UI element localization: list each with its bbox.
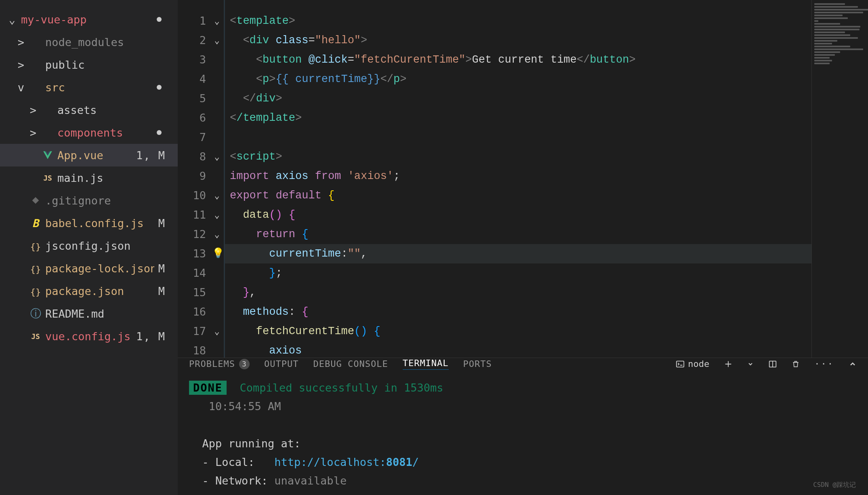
code-line-16: methods: { [225, 302, 811, 322]
file-label: README.md [45, 308, 178, 320]
code-line-5: </div> [225, 89, 811, 108]
tree-item-readme-md[interactable]: README.md [0, 302, 178, 325]
plus-icon [724, 360, 733, 369]
network-value: unavailable [274, 474, 347, 487]
code-line-11: data() { [225, 205, 811, 225]
kill-terminal-button[interactable] [792, 360, 800, 369]
done-badge: DONE [189, 381, 227, 395]
maximize-panel-button[interactable] [849, 360, 857, 368]
json-icon [30, 240, 41, 252]
file-explorer: ⌄ my-vue-app >node_modules>publicvsrc>as… [0, 0, 178, 495]
modified-dot-icon [157, 17, 162, 22]
terminal-icon [676, 360, 685, 369]
minimap[interactable] [811, 0, 868, 358]
tab-terminal[interactable]: TERMINAL [403, 358, 449, 370]
file-label: App.vue [57, 149, 132, 162]
tree-item-babel-config-js[interactable]: Bbabel.config.jsM [0, 212, 178, 234]
code-line-2: <div class="hello"> [225, 31, 811, 50]
code-line-4: <p>{{ currentTime}}</p> [225, 70, 811, 89]
compile-time: 10:54:55 AM [209, 400, 281, 413]
code-line-8: <script> [225, 147, 811, 166]
tree-item-jsconfig-json[interactable]: jsconfig.json [0, 234, 178, 257]
babel-icon: B [30, 217, 41, 230]
file-label: public [45, 59, 178, 71]
git-status: 1, M [136, 149, 178, 162]
problems-count-badge: 3 [239, 359, 250, 369]
code-line-15: }, [225, 283, 811, 302]
chevron-up-icon [849, 360, 857, 368]
fold-column: ⌄⌄⌄⌄⌄⌄⌄ [210, 0, 224, 358]
svg-rect-0 [677, 361, 684, 367]
js-icon: JS [42, 174, 53, 182]
tree-item-src[interactable]: vsrc [0, 76, 178, 99]
tree-item-main-js[interactable]: JSmain.js [0, 166, 178, 189]
code-line-1: <template> [225, 11, 811, 31]
code-line-17: fetchCurentTime() { [225, 322, 811, 341]
tab-problems-label: PROBLEMS [189, 359, 235, 369]
line-gutter: 123456789101112131415161718 [178, 0, 210, 358]
terminal-shell-select[interactable]: node [676, 359, 709, 369]
js-icon: JS [30, 332, 41, 341]
tab-ports[interactable]: PORTS [463, 359, 492, 369]
bottom-panel: PROBLEMS 3 OUTPUT DEBUG CONSOLE TERMINAL… [178, 358, 868, 495]
trash-icon [792, 360, 800, 369]
chevron-down-icon: ⌄ [7, 13, 17, 26]
shell-label: node [688, 359, 709, 369]
tab-problems[interactable]: PROBLEMS 3 [189, 359, 250, 369]
file-label: babel.config.js [45, 217, 154, 230]
file-label: .gitignore [45, 194, 178, 207]
chevron-icon: > [28, 104, 38, 116]
tree-item-package-json[interactable]: package.jsonM [0, 280, 178, 302]
file-label: package.json [45, 285, 154, 297]
vue-icon [42, 150, 53, 160]
git-status: M [158, 262, 178, 275]
tab-debug-console[interactable]: DEBUG CONSOLE [313, 359, 388, 369]
chevron-icon: > [28, 126, 38, 139]
local-port: 8081 [386, 456, 412, 468]
local-url: http://localhost: [274, 456, 386, 468]
json-icon [30, 285, 41, 297]
project-root[interactable]: ⌄ my-vue-app [0, 8, 178, 31]
editor: 123456789101112131415161718 ⌄⌄⌄⌄⌄⌄⌄ <tem… [178, 0, 868, 358]
terminal-split-menu[interactable] [747, 361, 754, 367]
chevron-icon: > [16, 59, 26, 71]
tree-item-app-vue[interactable]: App.vue1, M [0, 144, 178, 166]
code-body[interactable]: <template> <div class="hello"> <button @… [224, 0, 811, 358]
tree-item-public[interactable]: >public [0, 53, 178, 76]
split-terminal-button[interactable] [768, 360, 777, 369]
tree-item-vue-config-js[interactable]: JSvue.config.js1, M [0, 325, 178, 348]
git-status: 1, M [136, 330, 178, 343]
file-label: node_modules [45, 36, 178, 48]
compile-msg: Compiled successfully in 1530ms [240, 381, 443, 394]
git-status: M [158, 217, 178, 230]
code-line-10: export default { [225, 186, 811, 205]
local-label: - Local: [202, 456, 275, 468]
tree-item-package-lock-json[interactable]: package-lock.jsonM [0, 257, 178, 280]
local-slash: / [412, 456, 419, 468]
chevron-icon: > [16, 36, 26, 48]
network-label: - Network: [202, 474, 275, 487]
tree-item-assets[interactable]: >assets [0, 99, 178, 121]
file-label: jsconfig.json [45, 240, 178, 252]
code-line-3: <button @click="fetchCurentTime">Get cur… [225, 50, 811, 70]
lightbulb-icon[interactable]: 💡 [212, 244, 224, 263]
tree-item--gitignore[interactable]: .gitignore [0, 189, 178, 212]
code-line-9: import axios from 'axios'; [225, 166, 811, 186]
tree-item-components[interactable]: >components [0, 121, 178, 144]
modified-dot-icon [157, 130, 162, 135]
chevron-down-icon [747, 361, 754, 367]
file-label: assets [57, 104, 178, 116]
new-terminal-button[interactable] [724, 360, 733, 369]
panel-tabs: PROBLEMS 3 OUTPUT DEBUG CONSOLE TERMINAL… [178, 358, 868, 370]
modified-dot-icon [157, 85, 162, 90]
file-label: vue.config.js [45, 330, 132, 343]
main-area: 123456789101112131415161718 ⌄⌄⌄⌄⌄⌄⌄ <tem… [178, 0, 868, 495]
tab-output[interactable]: OUTPUT [264, 359, 298, 369]
terminal-output[interactable]: DONE Compiled successfully in 1530ms 10:… [178, 370, 868, 495]
file-label: package-lock.json [45, 262, 154, 275]
info-icon [30, 306, 41, 321]
tree-item-node-modules[interactable]: >node_modules [0, 31, 178, 53]
more-actions-button[interactable]: ··· [814, 359, 834, 369]
git-status: M [158, 285, 178, 297]
project-name: my-vue-app [21, 13, 178, 26]
